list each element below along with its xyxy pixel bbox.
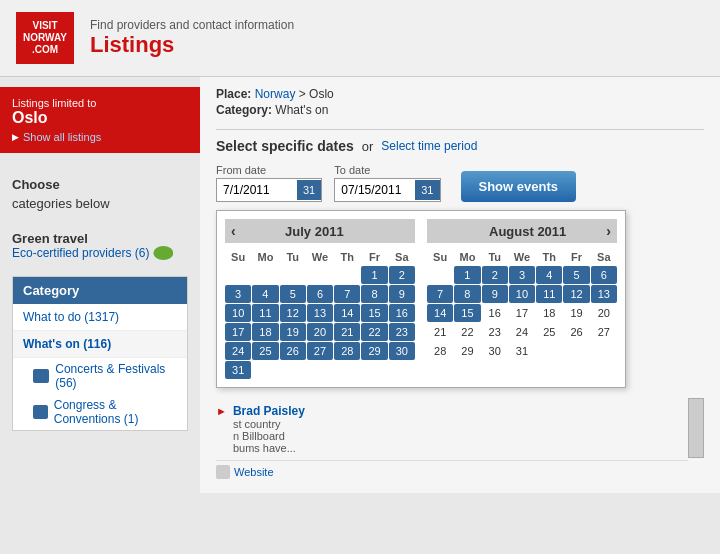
calendar-day[interactable]: 9: [482, 285, 508, 303]
calendar-day[interactable]: 31: [225, 361, 251, 379]
calendar-day[interactable]: 30: [482, 342, 508, 360]
calendar-day[interactable]: 11: [536, 285, 562, 303]
calendar-day[interactable]: 13: [591, 285, 617, 303]
calendar-day[interactable]: 12: [280, 304, 306, 322]
calendar-day[interactable]: 2: [389, 266, 415, 284]
calendar-day[interactable]: 20: [307, 323, 333, 341]
august-calendar: August 2011 › SuMoTuWeThFrSa123456789101…: [427, 219, 617, 379]
header-text: Find providers and contact information L…: [90, 18, 294, 58]
calendar-day[interactable]: 10: [509, 285, 535, 303]
calendar-day[interactable]: 31: [509, 342, 535, 360]
calendar-day[interactable]: 14: [334, 304, 360, 322]
calendar-day[interactable]: 15: [454, 304, 480, 322]
sidebar-item-congress[interactable]: Congress & Conventions (1): [13, 394, 187, 430]
calendar-day[interactable]: 13: [307, 304, 333, 322]
prev-month-button[interactable]: ‹: [231, 223, 236, 239]
day-of-week: Fr: [563, 249, 589, 265]
calendar-day[interactable]: 19: [280, 323, 306, 341]
sidebar-item-concerts[interactable]: Concerts & Festivals (56): [13, 358, 187, 394]
calendar-popup: ‹ July 2011 SuMoTuWeThFrSa12345678910111…: [216, 210, 626, 388]
calendar-day[interactable]: 22: [361, 323, 387, 341]
sidebar-item-whats-on[interactable]: What's on (116): [13, 331, 187, 358]
congress-icon: [33, 405, 48, 419]
calendar-day[interactable]: 19: [563, 304, 589, 322]
calendar-day[interactable]: 28: [334, 342, 360, 360]
calendar-day[interactable]: 2: [482, 266, 508, 284]
from-date-input-wrap: 31: [216, 178, 322, 202]
calendar-day[interactable]: 7: [334, 285, 360, 303]
calendar-day[interactable]: 27: [307, 342, 333, 360]
calendar-day: [591, 342, 617, 360]
calendar-day[interactable]: 5: [280, 285, 306, 303]
calendar-day[interactable]: 16: [482, 304, 508, 322]
calendar-day[interactable]: 17: [509, 304, 535, 322]
calendar-day[interactable]: 10: [225, 304, 251, 322]
calendar-day[interactable]: 24: [225, 342, 251, 360]
calendar-day[interactable]: 12: [563, 285, 589, 303]
category-box: Category What to do (1317) What's on (11…: [12, 276, 188, 431]
to-date-calendar-button[interactable]: 31: [415, 180, 439, 200]
calendar-day[interactable]: 21: [334, 323, 360, 341]
calendar-day[interactable]: 23: [482, 323, 508, 341]
calendar-day[interactable]: 30: [389, 342, 415, 360]
calendar-day[interactable]: 21: [427, 323, 453, 341]
calendar-day[interactable]: 4: [252, 285, 278, 303]
calendar-day[interactable]: 14: [427, 304, 453, 322]
calendar-day[interactable]: 9: [389, 285, 415, 303]
from-date-calendar-button[interactable]: 31: [297, 180, 321, 200]
website-row: Website: [216, 461, 704, 483]
day-of-week: Tu: [482, 249, 508, 265]
calendar-day[interactable]: 28: [427, 342, 453, 360]
eco-certified-link[interactable]: Eco-certified providers (6): [12, 246, 188, 260]
calendar-day[interactable]: 1: [454, 266, 480, 284]
calendar-day[interactable]: 8: [454, 285, 480, 303]
calendar-day[interactable]: 6: [307, 285, 333, 303]
calendar-day[interactable]: 25: [536, 323, 562, 341]
from-date-label: From date: [216, 164, 322, 176]
scrollbar[interactable]: [688, 398, 704, 458]
calendar-day: [225, 266, 251, 284]
july-grid: SuMoTuWeThFrSa12345678910111213141516171…: [225, 249, 415, 379]
select-time-period-link[interactable]: Select time period: [381, 139, 477, 153]
calendar-day[interactable]: 4: [536, 266, 562, 284]
july-header: ‹ July 2011: [225, 219, 415, 243]
calendar-day[interactable]: 11: [252, 304, 278, 322]
calendar-day[interactable]: 26: [280, 342, 306, 360]
calendar-day[interactable]: 15: [361, 304, 387, 322]
calendar-day[interactable]: 3: [225, 285, 251, 303]
calendar-day[interactable]: 23: [389, 323, 415, 341]
result-brad-link[interactable]: Brad Paisley: [233, 404, 305, 418]
next-month-button[interactable]: ›: [606, 223, 611, 239]
august-grid: SuMoTuWeThFrSa12345678910111213141516171…: [427, 249, 617, 360]
calendar-day[interactable]: 1: [361, 266, 387, 284]
calendar-day[interactable]: 17: [225, 323, 251, 341]
calendar-day[interactable]: 26: [563, 323, 589, 341]
day-of-week: Fr: [361, 249, 387, 265]
calendar-day[interactable]: 27: [591, 323, 617, 341]
calendar-day[interactable]: 20: [591, 304, 617, 322]
calendar-day[interactable]: 29: [361, 342, 387, 360]
to-date-input[interactable]: [335, 179, 415, 201]
calendar-day[interactable]: 5: [563, 266, 589, 284]
website-link[interactable]: Website: [216, 465, 704, 479]
calendar-day[interactable]: 25: [252, 342, 278, 360]
calendar-day: [563, 342, 589, 360]
show-events-button[interactable]: Show events: [461, 171, 576, 202]
calendar-day[interactable]: 16: [389, 304, 415, 322]
calendar-day[interactable]: 18: [536, 304, 562, 322]
show-all-listings[interactable]: Show all listings: [12, 131, 188, 143]
day-of-week: We: [509, 249, 535, 265]
day-of-week: Sa: [591, 249, 617, 265]
calendar-day[interactable]: 3: [509, 266, 535, 284]
sidebar-item-what-to-do[interactable]: What to do (1317): [13, 304, 187, 331]
breadcrumb-country[interactable]: Norway: [255, 87, 296, 101]
calendar-day[interactable]: 6: [591, 266, 617, 284]
calendar-day[interactable]: 7: [427, 285, 453, 303]
calendar-day[interactable]: 8: [361, 285, 387, 303]
from-date-input[interactable]: [217, 179, 297, 201]
day-of-week: Mo: [454, 249, 480, 265]
calendar-day[interactable]: 24: [509, 323, 535, 341]
calendar-day[interactable]: 22: [454, 323, 480, 341]
calendar-day[interactable]: 18: [252, 323, 278, 341]
calendar-day[interactable]: 29: [454, 342, 480, 360]
